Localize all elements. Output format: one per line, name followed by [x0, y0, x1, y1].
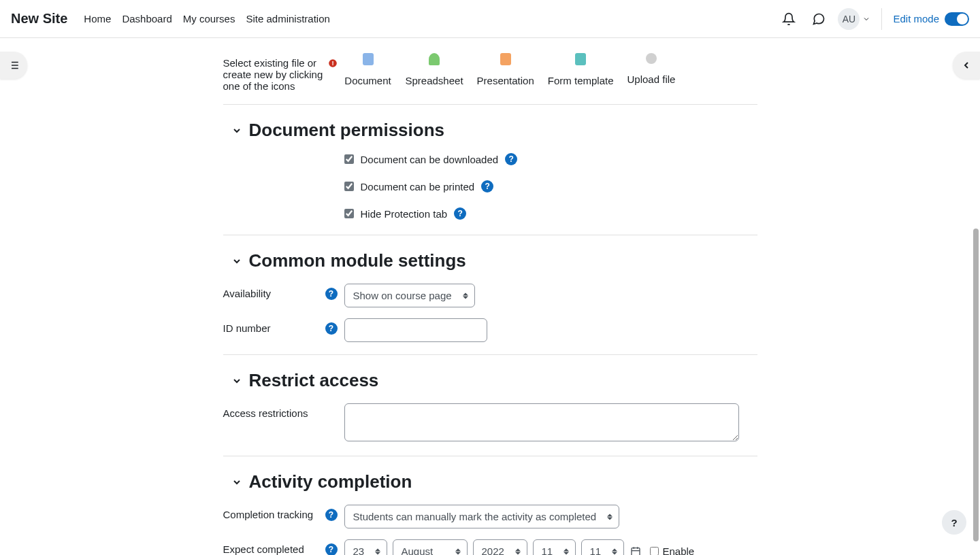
- section-title: Document permissions: [249, 120, 445, 141]
- divider: [881, 8, 882, 30]
- upload-icon: [646, 53, 657, 64]
- availability-select[interactable]: Show on course page: [344, 284, 475, 307]
- divider: [223, 235, 757, 235]
- user-menu[interactable]: AU: [838, 8, 870, 30]
- nav-home[interactable]: Home: [84, 13, 111, 24]
- messages-icon[interactable]: [808, 8, 830, 30]
- edit-mode-toggle[interactable]: [945, 12, 969, 26]
- document-icon: [363, 53, 374, 65]
- calendar-icon[interactable]: [630, 545, 642, 556]
- file-select-label: Select existing file or create new by cl…: [223, 53, 344, 92]
- nav-my-courses[interactable]: My courses: [183, 13, 235, 24]
- availability-label-col: Availability ?: [223, 284, 344, 300]
- expect-year-select[interactable]: 2022: [473, 539, 527, 555]
- form: Select existing file or create new by cl…: [223, 53, 757, 555]
- help-icon[interactable]: ?: [454, 207, 466, 220]
- scrollbar[interactable]: [972, 38, 980, 555]
- presentation-icon: [500, 53, 511, 65]
- nav-dashboard[interactable]: Dashboard: [122, 13, 172, 24]
- nav-site-admin[interactable]: Site administration: [246, 13, 329, 24]
- section-title: Restrict access: [249, 370, 379, 391]
- chevron-down-icon: [231, 256, 242, 267]
- perm-download-checkbox[interactable]: [344, 154, 354, 164]
- file-option-spreadsheet[interactable]: Spreadsheet: [406, 53, 463, 86]
- perm-protection-label: Hide Protection tab: [361, 208, 448, 220]
- section-activity-completion[interactable]: Activity completion: [231, 471, 757, 492]
- question-icon: ?: [951, 517, 957, 528]
- perm-protection-checkbox[interactable]: [344, 209, 354, 218]
- file-select-row: Select existing file or create new by cl…: [223, 53, 757, 92]
- divider: [223, 104, 757, 105]
- chevron-down-icon: [231, 125, 242, 136]
- expect-month-select[interactable]: August: [393, 539, 468, 555]
- help-icon[interactable]: ?: [481, 180, 493, 192]
- idnumber-label-col: ID number ?: [223, 318, 344, 335]
- idnumber-row: ID number ?: [223, 318, 757, 342]
- expect-label-col: Expect completed ?: [223, 539, 344, 555]
- divider: [223, 354, 757, 355]
- tracking-label-col: Completion tracking ?: [223, 505, 344, 521]
- idnumber-input[interactable]: [344, 318, 487, 342]
- tracking-select[interactable]: Students can manually mark the activity …: [344, 505, 619, 528]
- section-restrict-access[interactable]: Restrict access: [231, 370, 757, 391]
- expect-minute-select[interactable]: 11: [581, 539, 624, 555]
- chevron-down-icon: [231, 375, 242, 386]
- spreadsheet-icon: [429, 53, 440, 65]
- section-common-module[interactable]: Common module settings: [231, 250, 757, 271]
- restrictions-input[interactable]: [344, 403, 739, 441]
- help-icon[interactable]: ?: [325, 543, 338, 555]
- section-title: Common module settings: [249, 250, 466, 271]
- divider: [223, 456, 757, 456]
- navbar-left: New Site Home Dashboard My courses Site …: [11, 11, 330, 27]
- help-icon[interactable]: ?: [325, 288, 338, 300]
- file-option-document[interactable]: Document: [344, 53, 392, 86]
- chevron-left-icon: [961, 60, 972, 71]
- availability-row: Availability ? Show on course page: [223, 284, 757, 307]
- avatar: AU: [838, 8, 860, 30]
- expect-row: Expect completed ? 23 August 2022: [223, 539, 757, 555]
- tracking-row: Completion tracking ? Students can manua…: [223, 505, 757, 528]
- section-title: Activity completion: [249, 471, 412, 492]
- perm-print-label: Document can be printed: [361, 181, 475, 192]
- expect-enable-label: Enable: [663, 545, 695, 555]
- edit-mode-label: Edit mode: [893, 13, 939, 24]
- help-icon[interactable]: ?: [325, 322, 338, 335]
- course-index-toggle[interactable]: [0, 52, 27, 79]
- file-select-field: Document Spreadsheet Presentation Form t…: [344, 53, 757, 86]
- restrictions-row: Access restrictions: [223, 403, 757, 443]
- primary-nav: Home Dashboard My courses Site administr…: [84, 13, 330, 24]
- file-option-upload[interactable]: Upload file: [627, 53, 676, 86]
- chevron-down-icon: [862, 15, 870, 23]
- section-document-permissions[interactable]: Document permissions: [231, 120, 757, 141]
- expect-day-select[interactable]: 23: [344, 539, 387, 555]
- help-button[interactable]: ?: [942, 510, 966, 535]
- file-option-presentation[interactable]: Presentation: [477, 53, 534, 86]
- file-option-form-template[interactable]: Form template: [548, 53, 614, 86]
- notifications-icon[interactable]: [778, 8, 800, 30]
- restrictions-label-col: Access restrictions: [223, 403, 344, 419]
- expect-hour-select[interactable]: 11: [533, 539, 576, 555]
- expect-enable-checkbox[interactable]: [650, 547, 659, 555]
- form-template-icon: [575, 53, 586, 65]
- help-icon[interactable]: ?: [325, 509, 338, 521]
- list-icon: [7, 59, 20, 71]
- svg-rect-8: [632, 548, 640, 555]
- chevron-down-icon: [231, 477, 242, 488]
- scrollbar-thumb[interactable]: [973, 229, 979, 541]
- svg-text:!: !: [331, 60, 333, 67]
- main-content: Select existing file or create new by cl…: [0, 38, 980, 555]
- site-name[interactable]: New Site: [11, 11, 67, 27]
- perm-print-checkbox[interactable]: [344, 182, 354, 191]
- perm-print-row: Document can be printed ?: [344, 180, 757, 192]
- edit-mode-control: Edit mode: [893, 12, 969, 26]
- perm-download-label: Document can be downloaded: [361, 154, 499, 165]
- required-icon: !: [328, 58, 338, 71]
- perm-download-row: Document can be downloaded ?: [344, 153, 757, 165]
- navbar-right: AU Edit mode: [778, 8, 969, 30]
- top-navbar: New Site Home Dashboard My courses Site …: [0, 0, 980, 38]
- help-icon[interactable]: ?: [505, 153, 517, 165]
- perm-protection-row: Hide Protection tab ?: [344, 207, 757, 220]
